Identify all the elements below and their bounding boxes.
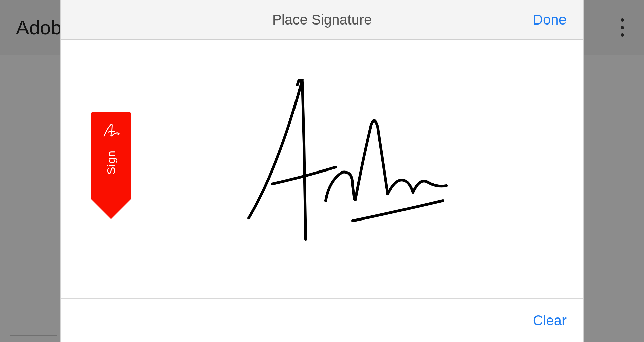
more-vertical-icon (621, 26, 624, 29)
clear-button[interactable]: Clear (533, 312, 567, 329)
place-signature-dialog: Place Signature Done Sign (60, 0, 584, 342)
dialog-title: Place Signature (272, 12, 372, 28)
dialog-header: Place Signature Done (61, 0, 583, 40)
signature-ink (195, 60, 457, 254)
marker-label: Sign (105, 150, 118, 175)
adobe-sign-marker: Sign (91, 112, 131, 219)
more-vertical-icon (621, 33, 624, 37)
dialog-footer: Clear (61, 298, 583, 342)
adobe-acrobat-icon (99, 118, 123, 142)
done-button[interactable]: Done (533, 12, 567, 28)
signature-canvas[interactable]: Sign (61, 40, 583, 298)
marker-arrow-icon (91, 199, 131, 219)
more-vertical-icon (621, 18, 624, 22)
overflow-menu-button[interactable] (621, 18, 624, 37)
adobe-sign-marker-body: Sign (91, 112, 131, 199)
